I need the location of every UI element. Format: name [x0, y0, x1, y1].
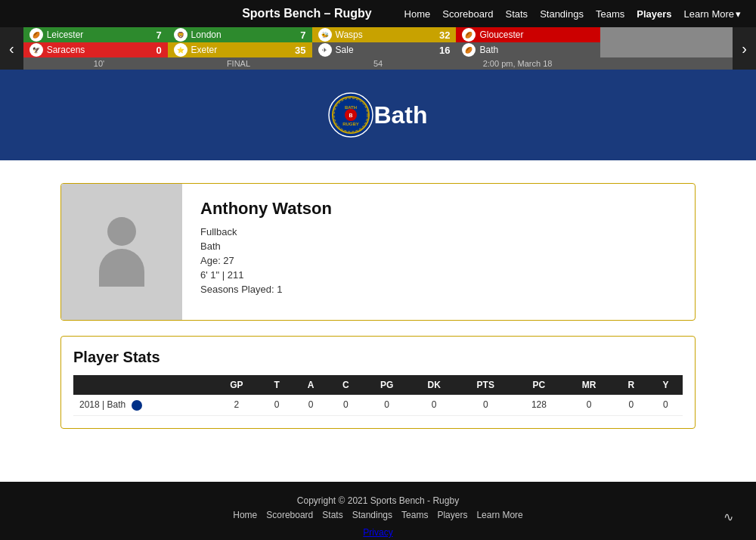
score-cell-sale[interactable]: ✈ Sale 16: [312, 42, 457, 57]
player-card: Anthony Watson Fullback Bath Age: 27 6' …: [60, 183, 696, 321]
score-cell-saracens[interactable]: 🦅 Saracens 0: [23, 42, 168, 57]
score-cell-gloucester[interactable]: 🏉 Gloucester: [456, 27, 600, 42]
score-cell-leicester[interactable]: 🏉 Leicester 7: [23, 27, 168, 42]
footer-links: Home Scoreboard Stats Standings Teams Pl…: [233, 508, 523, 523]
score-cell-london[interactable]: 🦁 London 7: [168, 27, 312, 42]
scores-container: 🏉 Leicester 7 🦁 London 7 🐝 Wasps 32 🏉 Gl…: [23, 27, 733, 70]
stats-title: Player Stats: [73, 349, 683, 366]
svg-text:B: B: [349, 113, 353, 118]
stats-card: Player Stats GP T A C PG DK PTS PC MR R …: [60, 336, 696, 429]
stats-t: 0: [260, 395, 293, 415]
footer-scoreboard[interactable]: Scoreboard: [266, 508, 313, 523]
col-c: C: [328, 375, 363, 395]
stats-y: 0: [649, 395, 683, 415]
col-t: T: [260, 375, 293, 395]
player-info: Anthony Watson Fullback Bath Age: 27 6' …: [182, 184, 695, 320]
silhouette-head: [107, 217, 136, 246]
sale-icon: ✈: [318, 43, 332, 57]
gloucester-icon: 🏉: [462, 28, 476, 42]
stats-a: 0: [293, 395, 328, 415]
footer-players[interactable]: Players: [437, 508, 467, 523]
stats-dk: 0: [411, 395, 458, 415]
footer-standings[interactable]: Standings: [352, 508, 392, 523]
stats-season: 2018 | Bath: [73, 395, 213, 415]
saracens-icon: 🦅: [29, 43, 43, 57]
next-arrow[interactable]: ›: [733, 27, 756, 70]
nav-teams[interactable]: Teams: [596, 8, 624, 20]
footer-privacy[interactable]: Privacy: [363, 526, 392, 540]
col-a: A: [293, 375, 328, 395]
main-content: Anthony Watson Fullback Bath Age: 27 6' …: [0, 160, 756, 452]
col-season: [73, 375, 213, 395]
prev-arrow[interactable]: ‹: [0, 27, 23, 70]
stats-r: 0: [614, 395, 649, 415]
footer-teams[interactable]: Teams: [401, 508, 428, 523]
stats-header-row: GP T A C PG DK PTS PC MR R Y: [73, 375, 683, 395]
team-hero-name: Bath: [373, 101, 427, 129]
col-mr: MR: [565, 375, 614, 395]
col-dk: DK: [411, 375, 458, 395]
scores-row-2: 🦅 Saracens 0 ⭐ Exeter 35 ✈ Sale 16 🏉 Bat…: [23, 42, 733, 57]
london-icon: 🦁: [174, 28, 187, 42]
col-y: Y: [649, 375, 683, 395]
footer-home[interactable]: Home: [233, 508, 257, 523]
team-hero: BATH RUGBY B Bath: [0, 70, 756, 160]
col-gp: GP: [213, 375, 261, 395]
leicester-icon: 🏉: [29, 28, 43, 42]
wasps-icon: 🐝: [318, 28, 332, 42]
col-pg: PG: [363, 375, 411, 395]
stats-c: 0: [328, 395, 363, 415]
stats-mr: 0: [565, 395, 614, 415]
scores-bar: ‹ 🏉 Leicester 7 🦁 London 7 🐝 Wasps 32 🏉 …: [0, 27, 756, 70]
scores-bottom: 10' FINAL 54 2:00 pm, March 18: [23, 57, 733, 70]
bath-team-icon: [132, 400, 142, 411]
footer-stats[interactable]: Stats: [322, 508, 342, 523]
player-seasons: Seasons Played: 1: [200, 284, 677, 295]
nav-standings[interactable]: Standings: [540, 8, 584, 20]
bath-icon: 🏉: [462, 43, 476, 57]
stats-pts: 0: [457, 395, 513, 415]
player-age: Age: 27: [200, 255, 677, 266]
score-cell-exeter[interactable]: ⭐ Exeter 35: [168, 42, 312, 57]
footer-copyright: Copyright © 2021 Sports Bench - Rugby: [233, 494, 523, 508]
svg-text:RUGBY: RUGBY: [343, 122, 360, 126]
nav-learn-more[interactable]: Learn More ▾: [684, 8, 741, 20]
silhouette-body: [99, 249, 144, 287]
stats-gp: 2: [213, 395, 261, 415]
main-nav: Home Scoreboard Stats Standings Teams Pl…: [404, 8, 741, 20]
footer-left: Copyright © 2021 Sports Bench - Rugby Ho…: [233, 494, 523, 540]
top-nav: Sports Bench – Rugby Home Scoreboard Sta…: [0, 0, 756, 27]
footer: Copyright © 2021 Sports Bench - Rugby Ho…: [0, 482, 756, 540]
player-name: Anthony Watson: [200, 199, 677, 219]
stats-pg: 0: [363, 395, 411, 415]
player-measurements: 6' 1" | 211: [200, 269, 677, 281]
scores-row-1: 🏉 Leicester 7 🦁 London 7 🐝 Wasps 32 🏉 Gl…: [23, 27, 733, 42]
exeter-icon: ⭐: [174, 43, 187, 57]
col-pts: PTS: [457, 375, 513, 395]
bath-logo: BATH RUGBY B: [328, 92, 373, 138]
player-avatar: [61, 184, 182, 320]
score-cell-wasps[interactable]: 🐝 Wasps 32: [312, 27, 457, 42]
col-pc: PC: [513, 375, 565, 395]
silhouette: [99, 217, 144, 287]
nav-stats[interactable]: Stats: [506, 8, 528, 20]
nav-home[interactable]: Home: [404, 8, 431, 20]
score-cell-bath[interactable]: 🏉 Bath: [456, 42, 600, 57]
player-team: Bath: [200, 241, 677, 252]
footer-learn-more[interactable]: Learn More: [476, 508, 522, 523]
site-title: Sports Bench – Rugby: [209, 7, 404, 20]
nav-scoreboard[interactable]: Scoreboard: [442, 8, 493, 20]
stats-pc: 128: [513, 395, 565, 415]
col-r: R: [614, 375, 649, 395]
player-position: Fullback: [200, 226, 677, 237]
nav-players[interactable]: Players: [637, 8, 671, 20]
rss-icon[interactable]: ∿: [723, 510, 733, 524]
stats-table: GP T A C PG DK PTS PC MR R Y 2018 | Bath: [73, 375, 683, 416]
stats-row: 2018 | Bath 2 0 0 0 0 0 0 128 0 0 0: [73, 395, 683, 415]
